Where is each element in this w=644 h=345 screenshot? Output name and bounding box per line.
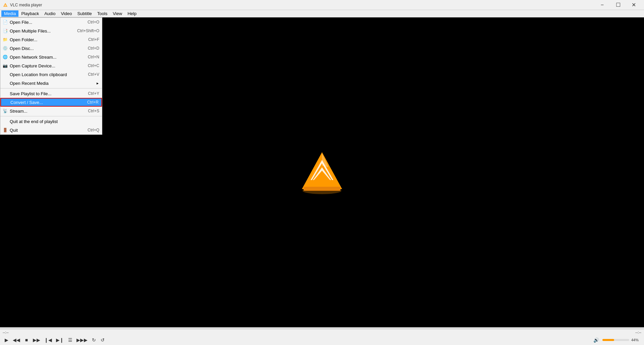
time-right: --:-- xyxy=(635,330,641,334)
menu-open-disc[interactable]: 💿 Open Disc... Ctrl+D xyxy=(0,44,102,53)
open-file-shortcut: Ctrl+O xyxy=(88,20,99,24)
menu-tools[interactable]: Tools xyxy=(95,10,110,17)
minimize-button[interactable]: − xyxy=(595,0,610,10)
quit-end-icon xyxy=(2,119,8,124)
menu-video[interactable]: Video xyxy=(58,10,74,17)
menu-open-capture[interactable]: 📷 Open Capture Device... Ctrl+C xyxy=(0,61,102,70)
open-capture-label: Open Capture Device... xyxy=(10,63,55,68)
stream-label: Stream... xyxy=(10,109,28,114)
open-location-label: Open Location from clipboard xyxy=(10,72,67,77)
separator-2 xyxy=(0,116,102,116)
open-multiple-icon: 📑 xyxy=(2,28,8,34)
title-bar: VLC media player − ☐ ✕ xyxy=(0,0,644,10)
volume-label: 44% xyxy=(631,338,641,342)
menu-open-folder[interactable]: 📁 Open Folder... Ctrl+F xyxy=(0,35,102,44)
quit-icon: 🚪 xyxy=(2,127,8,133)
separator-1 xyxy=(0,88,102,89)
open-network-shortcut: Ctrl+N xyxy=(88,55,99,59)
open-multiple-shortcut: Ctrl+Shift+O xyxy=(77,28,99,33)
menu-open-file[interactable]: 📄 Open File... Ctrl+O xyxy=(0,18,102,26)
menu-convert-save[interactable]: Convert / Save... Ctrl+R xyxy=(0,98,102,107)
open-network-icon: 🌐 xyxy=(2,54,8,60)
save-playlist-shortcut: Ctrl+Y xyxy=(88,91,99,96)
volume-area: 🔊 44% xyxy=(592,336,641,344)
prev-button[interactable]: ◀◀ xyxy=(11,336,21,344)
menu-open-recent[interactable]: Open Recent Media ► xyxy=(0,79,102,88)
progress-bar[interactable] xyxy=(0,328,644,330)
open-location-shortcut: Ctrl+V xyxy=(88,72,99,77)
open-location-icon xyxy=(2,72,8,77)
menu-open-location[interactable]: Open Location from clipboard Ctrl+V xyxy=(0,70,102,79)
menu-media[interactable]: Media xyxy=(1,10,18,17)
volume-fill xyxy=(602,339,614,341)
menu-bar: Media Playback Audio Video Subtitle Tool… xyxy=(0,10,644,17)
stream-icon: 📡 xyxy=(2,108,8,114)
save-playlist-label: Save Playlist to File... xyxy=(10,91,51,96)
time-left: --:-- xyxy=(3,330,9,334)
submenu-arrow-icon: ► xyxy=(96,81,99,85)
media-dropdown: 📄 Open File... Ctrl+O 📑 Open Multiple Fi… xyxy=(0,17,102,135)
open-folder-label: Open Folder... xyxy=(10,37,37,42)
menu-save-playlist[interactable]: Save Playlist to File... Ctrl+Y xyxy=(0,89,102,98)
frame-next-button[interactable]: ▶❙ xyxy=(55,336,65,344)
controls-row: ▶ ◀◀ ■ ▶▶ ❙◀ ▶❙ ☰ ▶▶▶ ↻ ↺ 🔊 44% xyxy=(0,335,644,345)
title-left: VLC media player xyxy=(3,2,42,8)
open-disc-label: Open Disc... xyxy=(10,46,34,51)
loop-button[interactable]: ↺ xyxy=(99,336,106,344)
next-button[interactable]: ▶▶ xyxy=(32,336,42,344)
vlc-title-icon xyxy=(3,2,8,8)
open-file-icon: 📄 xyxy=(2,19,8,25)
extended-button[interactable]: ▶▶▶ xyxy=(75,336,89,344)
title-controls: − ☐ ✕ xyxy=(595,0,641,10)
quit-shortcut: Ctrl+Q xyxy=(88,128,99,132)
menu-stream[interactable]: 📡 Stream... Ctrl+S xyxy=(0,107,102,115)
open-capture-shortcut: Ctrl+C xyxy=(88,63,99,68)
maximize-button[interactable]: ☐ xyxy=(610,0,626,10)
playlist-button[interactable]: ☰ xyxy=(66,336,74,344)
volume-icon-button[interactable]: 🔊 xyxy=(592,336,600,344)
bottom-bar: --:-- --:-- ▶ ◀◀ ■ ▶▶ ❙◀ ▶❙ ☰ ▶▶▶ ↻ ↺ 🔊 … xyxy=(0,327,644,345)
play-button[interactable]: ▶ xyxy=(3,336,10,344)
open-file-label: Open File... xyxy=(10,20,32,25)
menu-playback[interactable]: Playback xyxy=(18,10,42,17)
open-folder-icon: 📁 xyxy=(2,37,8,42)
menu-view[interactable]: View xyxy=(110,10,125,17)
title-text: VLC media player xyxy=(10,3,42,7)
open-recent-label: Open Recent Media xyxy=(10,81,49,86)
quit-label: Quit xyxy=(10,128,18,133)
svg-rect-8 xyxy=(304,187,340,191)
time-display: --:-- --:-- xyxy=(0,330,644,335)
save-playlist-icon xyxy=(2,91,8,96)
frame-prev-button[interactable]: ❙◀ xyxy=(43,336,53,344)
menu-help[interactable]: Help xyxy=(125,10,139,17)
open-network-label: Open Network Stream... xyxy=(10,55,56,60)
open-multiple-label: Open Multiple Files... xyxy=(10,28,51,34)
menu-audio[interactable]: Audio xyxy=(42,10,58,17)
open-capture-icon: 📷 xyxy=(2,63,8,68)
open-recent-icon xyxy=(2,80,8,86)
menu-open-network[interactable]: 🌐 Open Network Stream... Ctrl+N xyxy=(0,53,102,61)
vlc-logo xyxy=(299,151,345,194)
open-folder-shortcut: Ctrl+F xyxy=(88,37,99,42)
convert-save-shortcut: Ctrl+R xyxy=(87,100,99,105)
shuffle-button[interactable]: ↻ xyxy=(90,336,98,344)
menu-quit-end[interactable]: Quit at the end of playlist xyxy=(0,117,102,126)
menu-quit[interactable]: 🚪 Quit Ctrl+Q xyxy=(0,126,102,134)
close-button[interactable]: ✕ xyxy=(626,0,641,10)
menu-subtitle[interactable]: Subtitle xyxy=(74,10,94,17)
stop-button[interactable]: ■ xyxy=(23,336,30,344)
convert-save-icon xyxy=(3,100,8,105)
quit-end-label: Quit at the end of playlist xyxy=(10,119,58,124)
open-disc-icon: 💿 xyxy=(2,46,8,51)
convert-save-label: Convert / Save... xyxy=(10,100,43,105)
stream-shortcut: Ctrl+S xyxy=(88,109,99,113)
open-disc-shortcut: Ctrl+D xyxy=(88,46,99,51)
menu-open-multiple[interactable]: 📑 Open Multiple Files... Ctrl+Shift+O xyxy=(0,26,102,35)
volume-slider[interactable] xyxy=(602,339,629,341)
